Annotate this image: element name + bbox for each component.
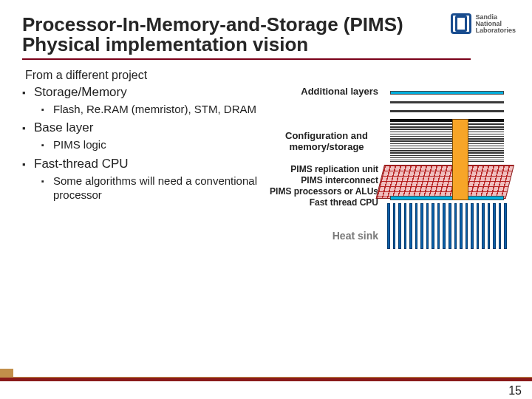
label-processors-alus: PIMS processors or ALUs — [270, 187, 378, 197]
label-additional-layers: Additional layers — [301, 86, 378, 98]
bullet-column: Storage/Memory Flash, Re.RAM (memristor)… — [22, 85, 296, 307]
black-top — [390, 119, 504, 122]
bullet-flash: Flash, Re.RAM (memristor), STM, DRAM — [53, 103, 296, 117]
title-line-2: Physical implementation vision — [22, 33, 308, 55]
bullet-some-algorithms: Some algorithms will need a conventional… — [53, 174, 296, 202]
logo-text: Sandia National Laboratories — [475, 14, 516, 34]
label-heat-sink: Heat sink — [332, 230, 378, 242]
page-title: Processor-In-Memory-and-Storage (PIMS) P… — [22, 15, 510, 55]
bullet-storage-memory: Storage/Memory Flash, Re.RAM (memristor)… — [34, 85, 296, 117]
sandia-logo: Sandia National Laboratories — [451, 13, 516, 34]
stack-diagram — [384, 85, 510, 307]
bullet-fast-thread-cpu: Fast-thread CPU Some algorithms will nee… — [34, 157, 296, 202]
logo-icon — [451, 13, 471, 34]
title-line-1: Processor-In-Memory-and-Storage (PIMS) — [22, 13, 403, 35]
layer-storage — [390, 91, 504, 95]
bullet-text: Storage/Memory — [34, 85, 127, 99]
bullet-base-layer: Base layer PIMS logic — [34, 120, 296, 152]
content-columns: Storage/Memory Flash, Re.RAM (memristor)… — [22, 85, 510, 307]
label-fast-thread-cpu: Fast thread CPU — [310, 198, 378, 208]
layer-spacer-1 — [390, 101, 504, 103]
layer-spacer-2 — [390, 110, 504, 112]
diagram-area: Additional layers Configuration and memo… — [300, 85, 510, 307]
bullet-text: Base layer — [34, 120, 93, 134]
label-configuration: Configuration and memory/storage — [275, 131, 378, 153]
bullet-text: Fast-thread CPU — [34, 157, 129, 171]
subtitle: From a different project — [25, 69, 510, 82]
footer-bar — [0, 377, 532, 381]
footer-accent — [0, 369, 13, 377]
slide: Sandia National Laboratories Processor-I… — [0, 0, 532, 399]
page-number: 15 — [508, 384, 522, 398]
heat-sink-fins — [387, 203, 507, 249]
label-interconnect: PIMS interconnect — [301, 176, 378, 186]
title-underline — [22, 58, 471, 60]
logo-text-3: Laboratories — [475, 27, 516, 34]
label-replication-unit: PIMS replication unit — [290, 165, 378, 175]
layer-cpu — [390, 196, 504, 200]
layer-pims-grid — [376, 165, 514, 199]
vertical-pillar — [452, 119, 468, 200]
layer-config-memory — [390, 123, 504, 162]
bullet-pims-logic: PIMS logic — [53, 138, 296, 152]
